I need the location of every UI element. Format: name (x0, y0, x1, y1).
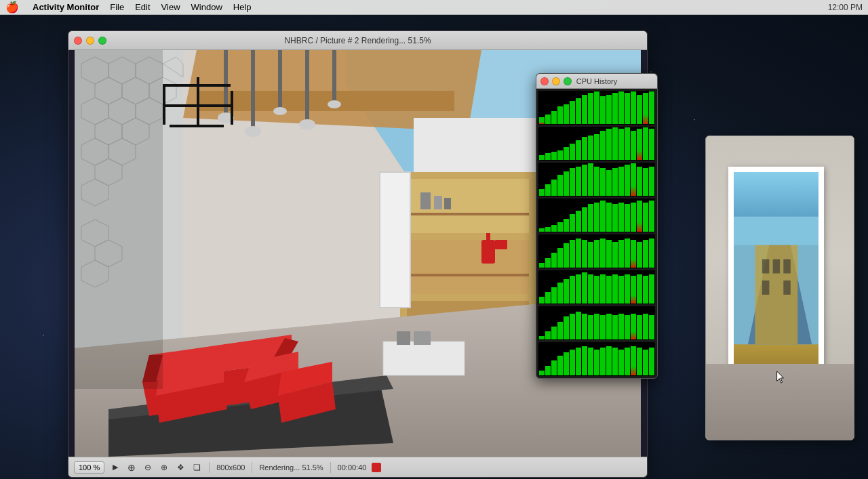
cpu-graph-3 (538, 163, 655, 196)
svg-rect-31 (305, 50, 309, 125)
cpu-bar (649, 315, 654, 339)
cpu-bar (606, 314, 612, 339)
cpu-bar (564, 243, 569, 268)
cpu-bar (612, 93, 618, 124)
zoom-display[interactable]: 100 % (74, 461, 104, 474)
cpu-graph-5 (538, 234, 655, 268)
render-icon-1[interactable]: ⊕ (126, 462, 137, 473)
cpu-minimize-button[interactable] (552, 77, 560, 85)
cpu-bar (637, 129, 642, 160)
cpu-bar (570, 350, 575, 375)
svg-rect-81 (762, 280, 769, 295)
rendering-status-display: Rendering... 51.5% (259, 463, 323, 472)
cpu-bar (576, 348, 581, 375)
cpu-bar (545, 366, 551, 375)
cpu-bar (612, 242, 618, 268)
resolution-display: 800x600 (216, 463, 245, 472)
cpu-bars-5 (538, 234, 655, 268)
cpu-bar (606, 276, 612, 304)
cpu-bar (600, 131, 606, 160)
cpu-bar (551, 287, 557, 304)
cpu-bar (637, 201, 642, 232)
menubar-window[interactable]: Window (186, 0, 228, 15)
cpu-bar (576, 98, 581, 124)
cpu-bar (600, 168, 606, 196)
cpu-bar (625, 315, 630, 339)
cpu-bar (631, 91, 636, 124)
render-icon-4[interactable]: ❖ (175, 462, 186, 473)
cpu-bar (618, 350, 624, 375)
render-window-title: NHBRC / Picture # 2 Rendering... 51.5% (284, 36, 431, 45)
cpu-bar (539, 155, 545, 160)
cpu-bar (570, 314, 575, 339)
cpu-bar (570, 214, 575, 232)
render-minimize-button[interactable] (86, 37, 94, 45)
cpu-bars-3 (538, 163, 655, 196)
menubar-edit[interactable]: Edit (130, 0, 155, 15)
cpu-bar (600, 96, 606, 124)
cpu-bar (643, 276, 648, 304)
right-window-content (706, 136, 854, 440)
cpu-bar (582, 207, 587, 232)
menubar-view[interactable]: View (156, 0, 186, 15)
cpu-bar (576, 167, 581, 196)
cpu-close-button[interactable] (540, 77, 549, 85)
cpu-bar (649, 167, 654, 196)
cpu-bar (600, 348, 606, 375)
svg-rect-50 (444, 198, 451, 209)
cpu-bar (576, 312, 581, 339)
cpu-bar (551, 180, 557, 196)
cpu-bar (557, 175, 563, 196)
cpu-bar (539, 228, 545, 232)
cpu-bar (612, 274, 618, 304)
cpu-bar (618, 167, 624, 196)
menubar-time: 12:00 PM (828, 3, 863, 12)
cpu-bar (643, 93, 648, 124)
cpu-bar (643, 314, 648, 339)
play-button[interactable]: ▶ (110, 462, 121, 473)
cpu-bar (594, 134, 599, 160)
svg-rect-37 (231, 91, 233, 125)
render-icon-2[interactable]: ⊖ (142, 462, 153, 473)
apple-menu[interactable]: 🍎 (5, 1, 19, 14)
render-close-button[interactable] (74, 37, 82, 45)
cpu-bar (557, 150, 563, 160)
cpu-bar (588, 163, 593, 196)
svg-rect-33 (332, 50, 336, 104)
cpu-bar (551, 327, 557, 339)
cpu-bars-8 (538, 342, 655, 376)
stop-button[interactable] (372, 463, 381, 472)
cpu-bar (643, 168, 648, 196)
render-maximize-button[interactable] (98, 37, 106, 45)
cpu-maximize-button[interactable] (564, 77, 572, 85)
cpu-bar (649, 274, 654, 304)
cpu-bar (539, 371, 545, 375)
divider-3 (330, 462, 331, 473)
cpu-bar (557, 248, 563, 268)
cpu-bar (643, 203, 648, 232)
cpu-bar (631, 163, 636, 196)
cpu-bar (588, 136, 593, 160)
menubar-file[interactable]: File (104, 0, 130, 15)
cpu-bar (564, 219, 569, 232)
cpu-bars-6 (538, 270, 655, 304)
cpu-bar (618, 203, 624, 232)
cpu-bar (588, 242, 593, 268)
cpu-bar (600, 274, 606, 304)
svg-point-32 (299, 119, 315, 130)
svg-point-30 (273, 107, 287, 115)
cpu-bars-4 (538, 199, 655, 232)
svg-rect-73 (495, 240, 507, 249)
menubar-help[interactable]: Help (228, 0, 257, 15)
cpu-bar (618, 240, 624, 268)
cpu-bar (625, 93, 630, 124)
cpu-bar (564, 104, 569, 124)
svg-rect-82 (783, 280, 790, 295)
cpu-bar (612, 127, 618, 160)
menubar-app-name[interactable]: Activity Monitor (27, 0, 104, 15)
cpu-bar (564, 316, 569, 339)
render-icon-5[interactable]: ❏ (191, 462, 202, 473)
render-icon-3[interactable]: ⊕ (159, 462, 170, 473)
svg-rect-46 (407, 213, 529, 215)
cpu-bar (625, 274, 630, 304)
